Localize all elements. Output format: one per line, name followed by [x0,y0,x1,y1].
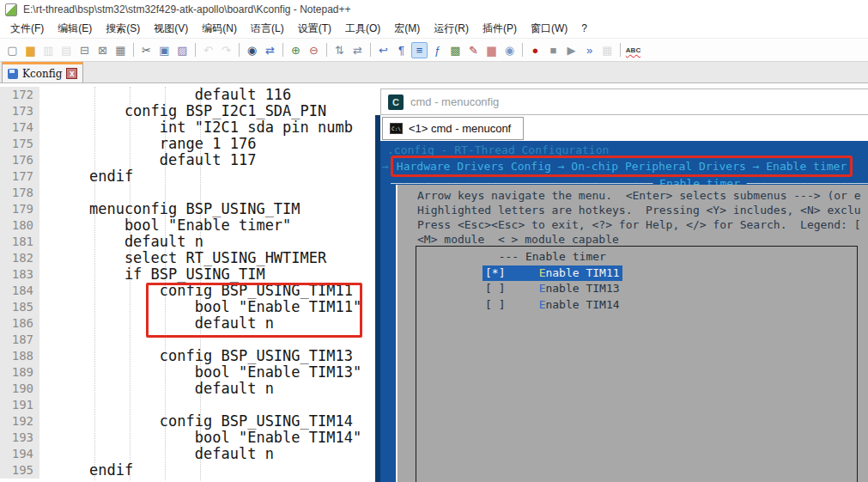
folder-as-workspace-icon[interactable]: ▆ [483,42,500,58]
close-tab-icon[interactable]: x [66,68,77,79]
checkbox: [*] [485,266,505,279]
checkbox: [ ] [485,282,505,295]
document-edit-icon[interactable]: ✎ [465,42,482,58]
line-number: 183 [0,266,39,283]
macro-run-multiple-icon[interactable]: » [581,42,598,58]
copy-icon[interactable]: ▣ [156,42,173,58]
menu-item-10[interactable]: 插件(P) [476,19,524,39]
line-text: bool "Enable timer" [39,217,291,234]
cut-icon[interactable]: ✂ [138,42,155,58]
zoom-out-icon[interactable]: ⊖ [306,42,322,58]
menu-item-4[interactable]: 编码(N) [195,19,244,39]
instruction-line: Press <Esc><Esc> to exit, <?> for Help, … [417,217,868,232]
line-number: 190 [0,381,39,397]
replace-icon[interactable]: ⇄ [262,42,278,58]
save-icon[interactable]: ▥ [40,42,57,58]
menu-item-11[interactable]: 窗口(W) [524,19,574,39]
line-text: bool "Enable TIM14" [39,430,361,446]
toolbar-separator [620,43,621,57]
option-label-part [505,282,538,295]
macro-stop-icon[interactable]: ■ [545,42,561,58]
menuconfig-console[interactable]: .config - RT-Thread Configuration → Hard… [380,141,868,482]
line-text: config BSP_USING_TIM14 [39,413,353,430]
line-number: 184 [0,283,39,299]
line-text [39,397,54,413]
line-number: 182 [0,250,39,266]
menu-item-5[interactable]: 语言(L) [244,19,291,39]
menu-item-12[interactable]: ? [574,20,594,37]
line-text [39,185,54,201]
menu-item-2[interactable]: 搜索(S) [99,19,147,39]
annotation-box-editor [146,283,362,338]
cmd-window-title: cmd - menuconfig [410,95,499,108]
line-text: default n [39,234,203,250]
checkbox: [ ] [485,298,505,311]
show-all-characters-icon[interactable]: ¶ [393,42,410,58]
annotation-box-breadcrumb: Hardware Drivers Config → On-chip Periph… [391,156,853,177]
zoom-in-icon[interactable]: ⊕ [288,42,304,58]
line-number: 187 [0,332,39,348]
line-number: 185 [0,299,39,315]
function-list-icon[interactable]: ƒ [429,42,446,58]
macro-record-icon[interactable]: ● [527,42,543,58]
tab-bar: Kconfig x [0,62,868,83]
menu-bar: 文件(F)编辑(E)搜索(S)视图(V)编码(N)语言(L)设置(T)工具(O)… [0,19,868,39]
line-text: config BSP_I2C1_SDA_PIN [39,103,326,119]
menu-item-9[interactable]: 运行(R) [427,19,476,39]
toolbar-separator [133,43,134,57]
menu-item-1[interactable]: 编辑(E) [51,19,99,39]
list-comment-row: --- Enable timer [485,249,857,265]
menu-item-0[interactable]: 文件(F) [3,19,51,39]
macro-save-icon[interactable]: ▦ [599,42,616,58]
line-text: default 116 [39,87,291,103]
save-all-icon[interactable]: ▤ [58,42,75,58]
menu-item-8[interactable]: 宏(M) [387,19,427,39]
toolbar-separator [326,43,327,57]
sync-vertical-scroll-icon[interactable]: ⇅ [331,42,348,58]
find-icon[interactable]: ◉ [244,42,260,58]
option-row[interactable]: [ ] Enable TIM14 [485,297,857,314]
print-icon[interactable]: ▦ [112,42,129,58]
open-folder-icon[interactable]: ▆ [22,42,39,58]
close-document-icon[interactable]: ⊟ [76,42,93,58]
close-all-documents-icon[interactable]: ⊠ [94,42,111,58]
breadcrumb-arrow-icon: → [382,158,389,174]
document-map-icon[interactable]: ▩ [447,42,464,58]
window-title: E:\rt-thread\bsp\stm32\stm32f429-atk-apo… [23,3,351,15]
option-row[interactable]: [ ] Enable TIM13 [485,281,857,297]
line-number: 192 [0,413,39,430]
menuconfig-dialog: Arrow keys navigate the menu. <Enter> se… [396,185,868,482]
option-label-part [505,266,538,279]
line-number: 195 [0,462,39,479]
menu-item-6[interactable]: 设置(T) [291,19,338,39]
line-text: range 1 176 [39,136,256,152]
titlebar: E:\rt-thread\bsp\stm32\stm32f429-atk-apo… [0,0,868,19]
undo-icon[interactable]: ↶ [200,42,216,58]
tab-kconfig[interactable]: Kconfig x [2,62,83,82]
line-number: 175 [0,136,39,152]
macro-play-icon[interactable]: ▶ [563,42,580,58]
new-file-icon[interactable]: ▢ [4,42,21,58]
breadcrumb: Hardware Drivers Config → On-chip Periph… [397,160,847,173]
cmd-window: C cmd - menuconfig C:\ <1> cmd - menucon… [375,88,868,482]
line-number: 180 [0,217,39,234]
show-indent-guide-icon[interactable]: ≡ [411,42,428,58]
menu-item-3[interactable]: 视图(V) [147,19,195,39]
option-label-part [505,298,538,311]
sync-horizontal-scroll-icon[interactable]: ⇄ [349,42,366,58]
monitoring-eye-icon[interactable]: ◉ [501,42,518,58]
cmd-titlebar: C cmd - menuconfig [380,88,868,115]
word-wrap-icon[interactable]: ↩ [375,42,392,58]
saved-file-icon [8,69,18,79]
paste-icon[interactable]: ▨ [174,42,191,58]
spell-check-icon[interactable]: ABC [625,42,641,58]
line-text: int "I2C1 sda pin numb [39,119,353,136]
toolbar-separator [282,43,283,57]
cmd-tab[interactable]: C:\ <1> cmd - menuconf [382,117,524,140]
option-row[interactable]: [*] Enable TIM11 [485,265,857,282]
line-number: 193 [0,430,39,446]
console-icon: C [388,95,404,110]
menu-item-7[interactable]: 工具(O) [338,19,387,39]
line-number: 178 [0,185,39,201]
redo-icon[interactable]: ↷ [218,42,234,58]
